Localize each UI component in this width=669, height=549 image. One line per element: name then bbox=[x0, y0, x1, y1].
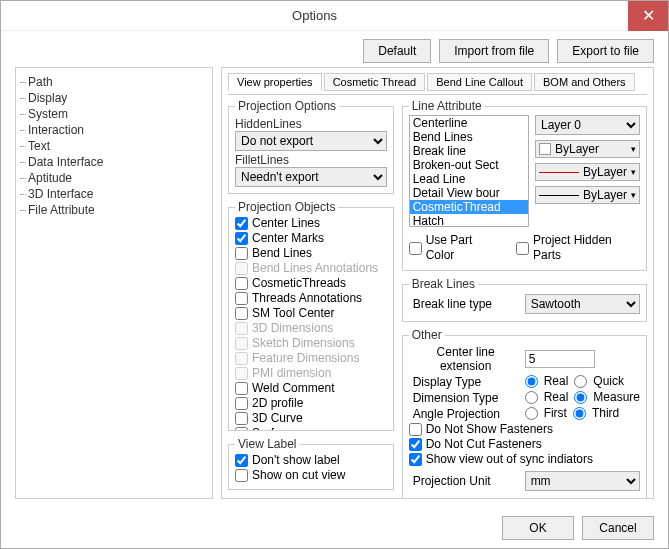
tab-view-properties[interactable]: View properties bbox=[228, 73, 322, 91]
tree-item-interaction[interactable]: Interaction bbox=[20, 122, 208, 138]
project-hidden-parts-label: Project Hidden Parts bbox=[533, 233, 640, 263]
display-quick-radio[interactable] bbox=[574, 375, 587, 388]
dont-show-label-text: Don't show label bbox=[252, 453, 340, 468]
tab-bend-line-callout[interactable]: Bend Line Callout bbox=[427, 73, 532, 91]
obj-label: Center Lines bbox=[252, 216, 320, 231]
line-attribute-listbox[interactable]: CenterlineBend LinesBreak lineBroken-out… bbox=[409, 115, 529, 227]
angle-projection-label: Angle Projection bbox=[409, 407, 519, 421]
use-part-color-checkbox[interactable] bbox=[409, 242, 422, 255]
import-button[interactable]: Import from file bbox=[439, 39, 549, 63]
no-cut-fasteners-checkbox[interactable] bbox=[409, 438, 422, 451]
obj-threads-annotations-checkbox[interactable] bbox=[235, 292, 248, 305]
obj-3d-curve-checkbox[interactable] bbox=[235, 412, 248, 425]
show-sync-checkbox[interactable] bbox=[409, 453, 422, 466]
view-label-legend: View Label bbox=[235, 437, 300, 451]
tree-item-path[interactable]: Path bbox=[20, 74, 208, 90]
obj-label: Feature Dimensions bbox=[252, 351, 359, 366]
color-select[interactable]: ByLayer▾ bbox=[535, 140, 640, 158]
layer-select[interactable]: Layer 0 bbox=[535, 115, 640, 135]
obj-label: 3D Dimensions bbox=[252, 321, 333, 336]
show-on-cut-checkbox[interactable] bbox=[235, 469, 248, 482]
chevron-down-icon: ▾ bbox=[631, 144, 636, 154]
close-button[interactable]: ✕ bbox=[628, 1, 668, 31]
projection-objects-legend: Projection Objects bbox=[235, 200, 338, 214]
obj-surface-checkbox[interactable] bbox=[235, 427, 248, 431]
obj-label: Weld Comment bbox=[252, 381, 334, 396]
display-real-radio[interactable] bbox=[525, 375, 538, 388]
hiddenlines-label: HiddenLines bbox=[235, 117, 387, 131]
obj-cosmeticthreads-checkbox[interactable] bbox=[235, 277, 248, 290]
hiddenlines-select[interactable]: Do not export bbox=[235, 131, 387, 151]
tree-item-text[interactable]: Text bbox=[20, 138, 208, 154]
show-on-cut-text: Show on cut view bbox=[252, 468, 345, 483]
obj-label: Sketch Dimensions bbox=[252, 336, 355, 351]
obj-label: PMI dimension bbox=[252, 366, 331, 381]
break-lines-legend: Break Lines bbox=[409, 277, 478, 291]
other-legend: Other bbox=[409, 328, 445, 342]
break-line-type-select[interactable]: Sawtooth bbox=[525, 294, 640, 314]
list-item[interactable]: Hatch bbox=[410, 214, 528, 227]
list-item[interactable]: Detail View bour bbox=[410, 186, 528, 200]
projection-unit-select[interactable]: mm bbox=[525, 471, 640, 491]
obj-label: 3D Curve bbox=[252, 411, 303, 426]
category-tree[interactable]: PathDisplaySystemInteractionTextData Int… bbox=[15, 67, 213, 499]
lineweight-select[interactable]: ByLayer▾ bbox=[535, 186, 640, 204]
obj-label: Threads Annotations bbox=[252, 291, 362, 306]
export-button[interactable]: Export to file bbox=[557, 39, 654, 63]
tree-item-aptitude[interactable]: Aptitude bbox=[20, 170, 208, 186]
obj-label: Bend Lines Annotations bbox=[252, 261, 378, 276]
project-hidden-parts-checkbox[interactable] bbox=[516, 242, 529, 255]
window-title: Options bbox=[1, 8, 628, 23]
tab-bom-and-others[interactable]: BOM and Others bbox=[534, 73, 635, 91]
default-button[interactable]: Default bbox=[363, 39, 431, 63]
obj-center-marks-checkbox[interactable] bbox=[235, 232, 248, 245]
chevron-down-icon: ▾ bbox=[631, 190, 636, 200]
color-swatch-icon bbox=[539, 143, 551, 155]
cancel-button[interactable]: Cancel bbox=[582, 516, 654, 540]
display-type-label: Display Type bbox=[409, 375, 519, 389]
list-item[interactable]: Lead Line bbox=[410, 172, 528, 186]
obj-center-lines-checkbox[interactable] bbox=[235, 217, 248, 230]
dimension-type-label: Dimension Type bbox=[409, 391, 519, 405]
linetype-preview-icon bbox=[539, 172, 579, 173]
projection-unit-label: Projection Unit bbox=[409, 474, 519, 488]
dimension-measure-radio[interactable] bbox=[574, 391, 587, 404]
list-item[interactable]: Broken-out Sect bbox=[410, 158, 528, 172]
ok-button[interactable]: OK bbox=[502, 516, 574, 540]
obj-weld-comment-checkbox[interactable] bbox=[235, 382, 248, 395]
tree-item-display[interactable]: Display bbox=[20, 90, 208, 106]
no-show-fasteners-checkbox[interactable] bbox=[409, 423, 422, 436]
obj-label: Bend Lines bbox=[252, 246, 312, 261]
obj-label: Surface bbox=[252, 426, 293, 431]
list-item[interactable]: CosmeticThread bbox=[410, 200, 528, 214]
list-item[interactable]: Centerline bbox=[410, 116, 528, 130]
other-group: Other Center line extension Display Type… bbox=[402, 328, 647, 499]
obj-2d-profile-checkbox[interactable] bbox=[235, 397, 248, 410]
linetype-select[interactable]: ByLayer▾ bbox=[535, 163, 640, 181]
filletlines-select[interactable]: Needn't export bbox=[235, 167, 387, 187]
no-show-fasteners-label: Do Not Show Fasteners bbox=[426, 422, 553, 437]
tab-cosmetic-thread[interactable]: Cosmetic Thread bbox=[324, 73, 426, 91]
dimension-real-radio[interactable] bbox=[525, 391, 538, 404]
obj-3d-dimensions-checkbox bbox=[235, 322, 248, 335]
line-attribute-group: Line Attribute CenterlineBend LinesBreak… bbox=[402, 99, 647, 271]
line-attribute-legend: Line Attribute bbox=[409, 99, 485, 113]
center-line-ext-label: Center line extension bbox=[409, 345, 519, 373]
chevron-down-icon: ▾ bbox=[631, 167, 636, 177]
tree-item-system[interactable]: System bbox=[20, 106, 208, 122]
obj-label: 2D profile bbox=[252, 396, 303, 411]
view-label-group: View Label Don't show label Show on cut … bbox=[228, 437, 394, 490]
obj-bend-lines-annotations-checkbox bbox=[235, 262, 248, 275]
angle-third-radio[interactable] bbox=[573, 407, 586, 420]
angle-first-radio[interactable] bbox=[525, 407, 538, 420]
tree-item-data-interface[interactable]: Data Interface bbox=[20, 154, 208, 170]
list-item[interactable]: Break line bbox=[410, 144, 528, 158]
list-item[interactable]: Bend Lines bbox=[410, 130, 528, 144]
center-line-ext-input[interactable] bbox=[525, 350, 595, 368]
obj-sm-tool-center-checkbox[interactable] bbox=[235, 307, 248, 320]
tree-item-file-attribute[interactable]: File Attribute bbox=[20, 202, 208, 218]
break-lines-group: Break Lines Break line type Sawtooth bbox=[402, 277, 647, 322]
tree-item-3d-interface[interactable]: 3D Interface bbox=[20, 186, 208, 202]
obj-bend-lines-checkbox[interactable] bbox=[235, 247, 248, 260]
dont-show-label-checkbox[interactable] bbox=[235, 454, 248, 467]
